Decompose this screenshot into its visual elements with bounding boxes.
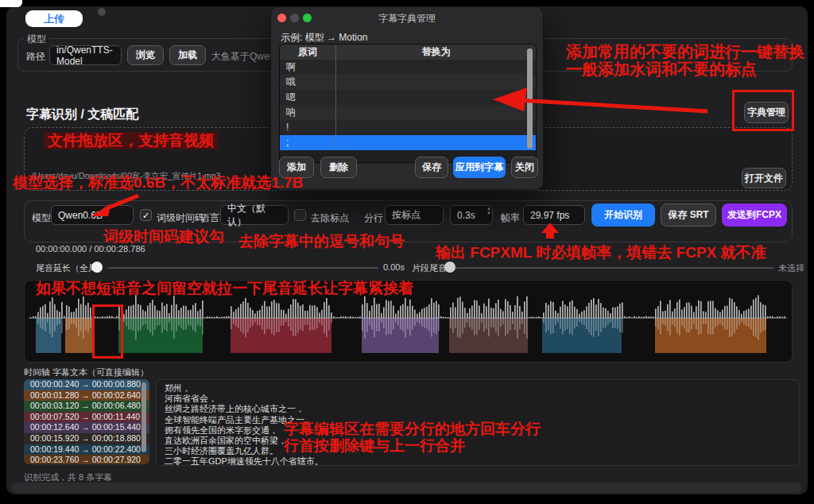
tail-clip-value: 未选择 <box>778 262 804 274</box>
timestamp-row[interactable]: 00:00:15.920 → 00:00:18.880 <box>24 433 149 444</box>
col-replace: 替换为 <box>335 45 536 60</box>
dict-close-button[interactable]: 关闭 <box>511 157 538 178</box>
tail-clip-label: 片段尾音 <box>412 262 447 274</box>
tail-global-knob[interactable] <box>91 262 103 273</box>
annotation-punct-tip: 去除字幕中的逗号和句号 <box>238 233 405 250</box>
dict-row[interactable]: ; <box>280 135 536 150</box>
timestamp-row[interactable]: 00:00:01.280 → 00:00:02.640 <box>24 390 149 401</box>
timestamp-list: 00:00:00.240 → 00:00:00.88000:00:01.280 … <box>24 379 149 464</box>
spinner-arrows-icon[interactable]: ▲▼ <box>486 206 491 215</box>
dialog-example: 示例: 模型 → Motion <box>281 31 367 45</box>
dialog-title: 字幕字典管理 <box>271 12 543 25</box>
annotation-fps-tip: 输出 FCPXML 时必填帧率，填错去 FCPX 就不准 <box>436 244 766 262</box>
annotation-model-tip: 模型选择，标准选0.6B，不太标准就选1.7B <box>13 174 303 192</box>
fps-select[interactable]: 29.97 fps <box>523 205 585 225</box>
page-title: 字幕识别 / 文稿匹配 <box>26 107 138 123</box>
language-select[interactable]: 中文（默认） <box>220 205 289 225</box>
word-timecode-checkbox[interactable]: ✓ <box>140 209 152 221</box>
dict-row[interactable]: ! <box>280 120 536 135</box>
dict-dialog: 字幕字典管理 示例: 模型 → Motion 原词 替换为 啊哦嗯呐!; 添加 … <box>270 6 544 190</box>
open-file-button[interactable]: 打开文件 <box>742 168 786 188</box>
start-recognition-button[interactable]: 开始识别 <box>591 204 655 227</box>
annotation-dict-tip: 添加常用的不要的词进行一键替换 一般添加水词和不要的标点 <box>566 43 804 78</box>
language-label: 语言 <box>200 211 219 225</box>
remove-punct-label: 去除标点 <box>311 211 349 225</box>
remove-punct-checkbox[interactable] <box>294 209 306 221</box>
timestamp-row[interactable]: 00:00:07.520 → 00:00:11.440 <box>24 412 149 423</box>
model-panel-label: 模型 <box>24 33 49 46</box>
col-original: 原词 <box>280 45 335 60</box>
annotation-dropzone-tip: 文件拖放区，支持音视频 <box>44 132 218 149</box>
status-text: 识别完成，共 8 条字幕 <box>24 471 112 483</box>
annotation-wordts-tip: 词级时间码建议勾 <box>103 228 224 246</box>
timestamp-row[interactable]: 00:00:19.440 → 00:00:22.400 <box>24 444 149 456</box>
dict-button-highlight-box <box>732 90 794 131</box>
split-label: 分行 <box>364 211 383 225</box>
dict-row[interactable]: 啊 <box>280 60 536 75</box>
dict-apply-button[interactable]: 应用到字幕 <box>453 157 506 178</box>
fps-label: 帧率 <box>501 211 520 225</box>
subtitle-section-header: 时间轴 字幕文本（可直接编辑） <box>24 366 149 378</box>
annotation-tail-tip: 如果不想短语音之间留空就拉一下尾音延长让字幕紧挨着 <box>36 280 413 297</box>
dict-row[interactable]: 嗯 <box>280 90 536 105</box>
screen: 模型 路径： in/QwenTTS-Model 浏览 加载 大鱼基于Qwen3开… <box>0 0 814 504</box>
timestamp-row[interactable]: 00:00:23.760 → 00:00:27.920 <box>24 455 149 464</box>
dict-row[interactable]: 哦 <box>280 75 536 90</box>
bottom-bar <box>11 483 801 493</box>
browse-button[interactable]: 浏览 <box>127 45 164 65</box>
dict-table-body: 啊哦嗯呐!; <box>280 60 536 150</box>
corner-notch <box>0 0 22 7</box>
tail-global-value: 0.00s <box>383 262 405 272</box>
dict-save-button[interactable]: 保存 <box>415 157 448 178</box>
timestamp-row[interactable]: 00:00:12.640 → 00:00:15.440 <box>24 422 149 433</box>
save-srt-button[interactable]: 保存 SRT <box>661 204 716 227</box>
dict-row[interactable]: 呐 <box>280 105 536 120</box>
upload-bubble[interactable]: 上传 <box>25 10 83 27</box>
model-note: 大鱼基于Qwen3开发 <box>211 50 270 64</box>
dict-table-scrollbar[interactable] <box>527 48 533 149</box>
tail-clip-track[interactable] <box>453 267 773 269</box>
timestamp-list-scrollbar[interactable] <box>141 382 146 452</box>
word-timecode-label: 词级时间码 <box>157 211 204 225</box>
tail-clip-knob[interactable] <box>444 262 455 273</box>
send-fcpx-button[interactable]: 发送到FCPX <box>722 204 787 227</box>
load-button[interactable]: 加载 <box>169 45 206 65</box>
split-mode-select[interactable]: 按标点 <box>385 205 444 225</box>
tail-global-track[interactable] <box>108 267 378 269</box>
dict-table-header: 原词 替换为 <box>280 45 536 60</box>
model-select-label: 模型 <box>32 211 51 225</box>
waveform-gap-highlight-box <box>92 304 123 359</box>
dict-delete-button[interactable]: 删除 <box>320 157 357 178</box>
dict-table: 原词 替换为 啊哦嗯呐!; <box>279 44 537 163</box>
timestamp-row[interactable]: 00:00:00.240 → 00:00:00.880 <box>24 379 149 390</box>
annotation-editor-tip: 字幕编辑区在需要分行的地方回车分行 行首按删除键与上一行合并 <box>284 421 541 454</box>
timestamp-row[interactable]: 00:00:03.120 → 00:00:06.480 <box>24 401 149 412</box>
window-control-dot[interactable] <box>98 8 106 16</box>
model-path-input[interactable]: in/QwenTTS-Model <box>49 45 122 65</box>
model-select[interactable]: Qwen0.6B <box>51 205 134 225</box>
